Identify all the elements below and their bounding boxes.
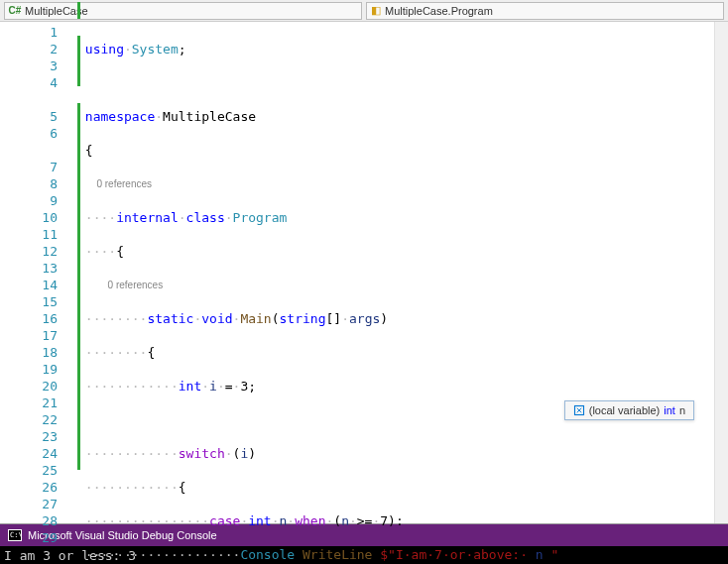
line-number: 22 — [0, 411, 58, 428]
line-number: 26 — [0, 479, 58, 496]
line-number: 1 — [0, 24, 58, 41]
line-number: 25 — [0, 462, 58, 479]
codelens-method[interactable]: 0 references — [77, 277, 728, 293]
line-number: 6 — [0, 125, 58, 142]
code-content[interactable]: using·System; namespace·MultipleCase { 0… — [77, 22, 728, 523]
csharp-icon: C# — [9, 5, 21, 17]
line-number: 3 — [0, 57, 58, 74]
tooltip-type: int — [664, 404, 675, 416]
line-number: 9 — [0, 192, 58, 209]
class-name: MultipleCase.Program — [385, 5, 493, 17]
codelens-class[interactable]: 0 references — [77, 175, 728, 192]
line-number: 7 — [0, 159, 58, 175]
class-icon: ◧ — [371, 4, 381, 17]
line-number-gutter: 1 2 3 4 5 6 7 8 9 10 11 12 13 14 15 16 1… — [0, 22, 77, 523]
project-dropdown[interactable]: C# MultipleCase — [4, 2, 362, 20]
class-dropdown[interactable]: ◧ MultipleCase.Program — [366, 2, 724, 20]
line-number: 13 — [0, 260, 58, 277]
line-number: 4 — [0, 74, 58, 91]
line-number: 19 — [0, 361, 58, 378]
line-number: 18 — [0, 344, 58, 361]
variable-icon — [573, 404, 585, 416]
line-number: 20 — [0, 378, 58, 395]
line-number: 8 — [0, 175, 58, 192]
change-marker — [77, 2, 80, 19]
line-number: 2 — [0, 41, 58, 57]
line-number: 21 — [0, 395, 58, 411]
line-number: 28 — [0, 512, 58, 529]
line-number: 27 — [0, 496, 58, 512]
tooltip-prefix: (local variable) — [589, 404, 661, 416]
line-number: 23 — [0, 428, 58, 445]
line-number: 15 — [0, 293, 58, 310]
line-number: 16 — [0, 310, 58, 327]
line-number: 29 — [0, 529, 58, 546]
code-editor[interactable]: 1 2 3 4 5 6 7 8 9 10 11 12 13 14 15 16 1… — [0, 22, 728, 523]
line-number: 14 — [0, 277, 58, 293]
intellisense-tooltip: (local variable) int n — [564, 400, 694, 420]
breadcrumb-bar: C# MultipleCase ◧ MultipleCase.Program — [0, 0, 728, 22]
line-number: 5 — [0, 108, 58, 125]
line-number: 10 — [0, 209, 58, 226]
vertical-scrollbar[interactable] — [714, 22, 728, 523]
line-number: 11 — [0, 226, 58, 243]
line-number: 17 — [0, 327, 58, 344]
tooltip-name: n — [679, 404, 685, 416]
line-number: 24 — [0, 445, 58, 462]
line-number: 12 — [0, 243, 58, 260]
